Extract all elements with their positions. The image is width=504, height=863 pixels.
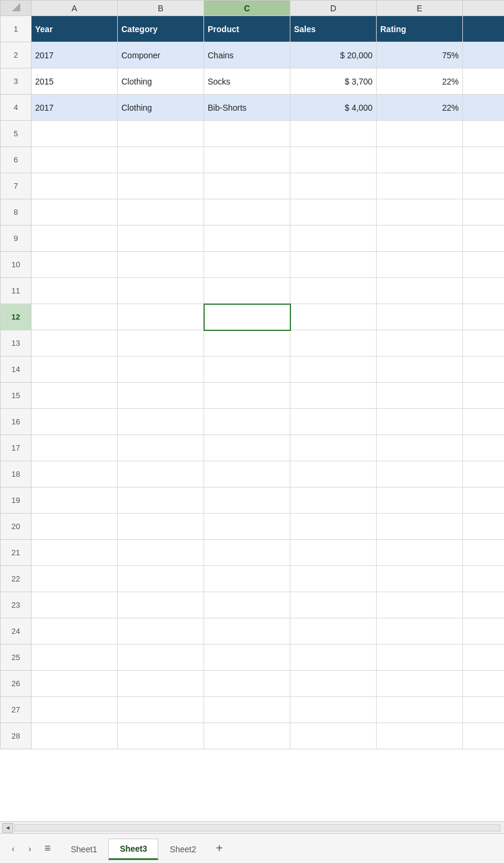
cell-11-C[interactable] [204, 278, 290, 304]
cell-21-B[interactable] [118, 540, 204, 566]
cell-28-E[interactable] [377, 723, 463, 749]
cell-11-E[interactable] [377, 278, 463, 304]
cell-3-B[interactable]: Clothing [118, 68, 204, 95]
cell-13-B[interactable] [118, 330, 204, 357]
cell-15-C[interactable] [204, 383, 290, 409]
cell-18-D[interactable] [290, 461, 377, 487]
cell-27-A[interactable] [32, 697, 118, 723]
cell-4-A[interactable]: 2017 [32, 95, 118, 121]
cell-25-B[interactable] [118, 645, 204, 671]
scroll-left-button[interactable]: ◄ [2, 823, 13, 833]
cell-5-B[interactable] [118, 121, 204, 147]
cell-26-C[interactable] [204, 671, 290, 697]
cell-8-C[interactable] [204, 199, 290, 226]
cell-7-B[interactable] [118, 173, 204, 199]
add-sheet-button[interactable]: + [210, 839, 229, 858]
cell-21-D[interactable] [290, 540, 377, 566]
cell-16-E[interactable] [377, 409, 463, 435]
cell-13-E[interactable] [377, 330, 463, 357]
cell-28-C[interactable] [204, 723, 290, 749]
cell-2-C[interactable]: Chains [204, 42, 290, 68]
cell-2-D[interactable]: $ 20,000 [290, 42, 377, 68]
scrollbar-track[interactable] [14, 824, 500, 831]
cell-13-C[interactable] [204, 330, 290, 357]
cell-28-D[interactable] [290, 723, 377, 749]
cell-24-E[interactable] [377, 618, 463, 645]
sheet-tab-sheet3[interactable]: Sheet3 [108, 839, 158, 860]
col-header-a[interactable]: A [32, 1, 118, 16]
cell-28-A[interactable] [32, 723, 118, 749]
cell-20-A[interactable] [32, 514, 118, 540]
cell-12-C[interactable] [204, 304, 290, 330]
cell-4-E[interactable]: 22% [377, 95, 463, 121]
cell-15-E[interactable] [377, 383, 463, 409]
cell-25-E[interactable] [377, 645, 463, 671]
cell-26-A[interactable] [32, 671, 118, 697]
cell-21-A[interactable] [32, 540, 118, 566]
cell-3-A[interactable]: 2015 [32, 68, 118, 95]
cell-4-C[interactable]: Bib-Shorts [204, 95, 290, 121]
col-header-d[interactable]: D [290, 1, 377, 16]
cell-7-C[interactable] [204, 173, 290, 199]
cell-15-A[interactable] [32, 383, 118, 409]
cell-8-D[interactable] [290, 199, 377, 226]
cell-26-D[interactable] [290, 671, 377, 697]
cell-11-B[interactable] [118, 278, 204, 304]
cell-18-C[interactable] [204, 461, 290, 487]
cell-24-A[interactable] [32, 618, 118, 645]
cell-21-C[interactable] [204, 540, 290, 566]
cell-20-C[interactable] [204, 514, 290, 540]
cell-2-A[interactable]: 2017 [32, 42, 118, 68]
cell-24-B[interactable] [118, 618, 204, 645]
cell-5-E[interactable] [377, 121, 463, 147]
cell-1-D[interactable]: Sales [290, 16, 377, 42]
cell-2-E[interactable]: 75% [377, 42, 463, 68]
tab-prev-button[interactable]: ‹ [5, 839, 21, 858]
cell-19-B[interactable] [118, 487, 204, 514]
cell-25-D[interactable] [290, 645, 377, 671]
cell-18-A[interactable] [32, 461, 118, 487]
cell-20-E[interactable] [377, 514, 463, 540]
cell-12-B[interactable] [118, 304, 204, 330]
horizontal-scrollbar[interactable]: ◄ [0, 821, 504, 833]
cell-13-A[interactable] [32, 330, 118, 357]
cell-1-B[interactable]: Category [118, 16, 204, 42]
tab-next-button[interactable]: › [21, 839, 38, 858]
sheet-tab-sheet1[interactable]: Sheet1 [60, 839, 108, 860]
col-header-e[interactable]: E [377, 1, 463, 16]
cell-14-D[interactable] [290, 357, 377, 383]
cell-7-E[interactable] [377, 173, 463, 199]
cell-23-E[interactable] [377, 592, 463, 618]
cell-25-C[interactable] [204, 645, 290, 671]
col-header-c[interactable]: C [204, 1, 290, 16]
cell-3-C[interactable]: Socks [204, 68, 290, 95]
cell-16-C[interactable] [204, 409, 290, 435]
cell-25-A[interactable] [32, 645, 118, 671]
cell-17-E[interactable] [377, 435, 463, 461]
cell-1-C[interactable]: Product [204, 16, 290, 42]
cell-20-B[interactable] [118, 514, 204, 540]
cell-22-A[interactable] [32, 566, 118, 592]
cell-9-C[interactable] [204, 226, 290, 252]
cell-23-B[interactable] [118, 592, 204, 618]
cell-1-E[interactable]: Rating [377, 16, 463, 42]
cell-19-E[interactable] [377, 487, 463, 514]
cell-10-D[interactable] [290, 252, 377, 278]
tab-menu-button[interactable]: ≡ [38, 839, 57, 858]
cell-22-E[interactable] [377, 566, 463, 592]
cell-7-D[interactable] [290, 173, 377, 199]
cell-6-D[interactable] [290, 147, 377, 173]
cell-4-D[interactable]: $ 4,000 [290, 95, 377, 121]
cell-27-B[interactable] [118, 697, 204, 723]
cell-5-C[interactable] [204, 121, 290, 147]
cell-11-D[interactable] [290, 278, 377, 304]
cell-21-E[interactable] [377, 540, 463, 566]
cell-6-A[interactable] [32, 147, 118, 173]
cell-7-A[interactable] [32, 173, 118, 199]
sheet-tab-sheet2[interactable]: Sheet2 [158, 839, 207, 860]
cell-28-B[interactable] [118, 723, 204, 749]
cell-11-A[interactable] [32, 278, 118, 304]
cell-16-D[interactable] [290, 409, 377, 435]
cell-16-B[interactable] [118, 409, 204, 435]
cell-10-E[interactable] [377, 252, 463, 278]
